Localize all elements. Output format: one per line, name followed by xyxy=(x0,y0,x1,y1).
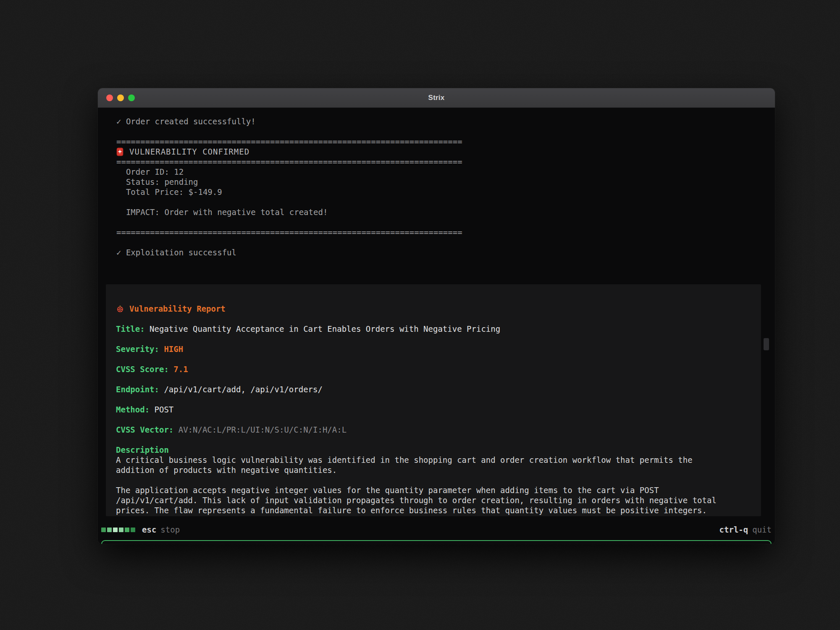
order-id-line: Order ID: 12 xyxy=(116,167,760,177)
esc-action-label: stop xyxy=(160,525,180,535)
report-field-endpoint: Endpoint: /api/v1/cart/add, /api/v1/orde… xyxy=(116,384,751,394)
report-field-title: Title: Negative Quantity Acceptance in C… xyxy=(116,324,751,334)
report-field-cvss-vector: CVSS Vector: AV:N/AC:L/PR:L/UI:N/S:U/C:N… xyxy=(116,425,751,435)
impact-line: IMPACT: Order with negative total create… xyxy=(116,207,760,217)
command-input[interactable]: > xyxy=(101,540,772,544)
total-price-line: Total Price: $-149.9 xyxy=(116,187,760,197)
vulnerability-confirmed-heading: VULNERABILITY CONFIRMED xyxy=(129,147,249,157)
traffic-lights xyxy=(106,88,135,108)
description-paragraph-2: The application accepts negative integer… xyxy=(116,485,751,515)
zoom-button[interactable] xyxy=(128,94,135,101)
window-title: Strix xyxy=(428,94,445,102)
report-header-row: Vulnerability Report xyxy=(116,304,751,314)
close-button[interactable] xyxy=(106,94,113,101)
report-field-method: Method: POST xyxy=(116,404,751,415)
quit-hint-group: ctrl-q quit xyxy=(719,525,772,535)
titlebar[interactable]: Strix xyxy=(98,88,775,108)
description-paragraph-1: A critical business logic vulnerability … xyxy=(116,455,751,475)
order-status-line: Status: pending xyxy=(116,177,760,187)
scrollbar-thumb[interactable] xyxy=(764,338,769,350)
separator-line: ========================================… xyxy=(116,227,760,237)
terminal-content: ✓ Order created successfully! ==========… xyxy=(98,108,775,544)
separator-line: ========================================… xyxy=(116,157,760,167)
report-field-cvss-score: CVSS Score: 7.1 xyxy=(116,364,751,374)
description-heading: Description xyxy=(116,445,751,455)
order-success-line: ✓ Order created successfully! xyxy=(116,116,760,126)
esc-key-hint: esc xyxy=(142,525,156,535)
bug-icon xyxy=(116,304,124,313)
status-bar: esc stop ctrl-q quit xyxy=(101,523,772,536)
ctrl-q-key-hint: ctrl-q xyxy=(719,525,748,535)
minimize-button[interactable] xyxy=(117,94,124,101)
vulnerability-confirmed-row: VULNERABILITY CONFIRMED xyxy=(116,147,760,157)
terminal-window: Strix ✓ Order created successfully! ====… xyxy=(98,88,775,544)
vulnerability-report-panel: Vulnerability Report Title: Negative Qua… xyxy=(106,284,761,516)
report-title: Vulnerability Report xyxy=(129,304,226,314)
separator-line: ========================================… xyxy=(116,136,760,147)
report-field-severity: Severity: HIGH xyxy=(116,344,751,354)
activity-spinner xyxy=(101,528,135,532)
scrollback-log: ✓ Order created successfully! ==========… xyxy=(116,116,760,257)
alert-light-icon xyxy=(116,147,123,156)
exploitation-success-line: ✓ Exploitation successful xyxy=(116,247,760,257)
quit-action-label: quit xyxy=(752,525,772,535)
